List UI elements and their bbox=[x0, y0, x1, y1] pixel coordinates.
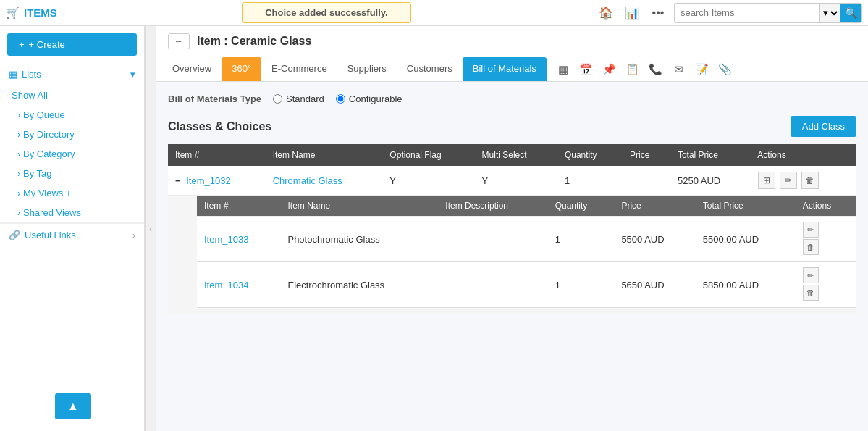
inner-row2-total-price: 5850.00 AUD bbox=[696, 262, 796, 308]
attachment-icon[interactable]: 📎 bbox=[715, 59, 736, 80]
outer-row-multi-select: Y bbox=[475, 166, 557, 196]
tabs-bar: Overview 360° E-Commerce Suppliers Custo… bbox=[156, 57, 868, 82]
inner-row1-quantity: 1 bbox=[548, 217, 615, 262]
table-icon[interactable]: ▦ bbox=[552, 59, 574, 80]
inner-table-row-container: Item # Item Name Item Description Quanti… bbox=[168, 196, 856, 314]
radio-configurable[interactable]: Configurable bbox=[336, 93, 403, 104]
inner-table-row-1: Item_1033 Photochromatic Glass 1 5500 AU… bbox=[197, 217, 856, 262]
chevron-right-icon: › bbox=[132, 230, 135, 240]
expand-action-button[interactable]: ⊞ bbox=[758, 172, 775, 189]
brand-name: ITEMS bbox=[24, 7, 57, 19]
create-icon: + bbox=[19, 39, 25, 50]
email-icon[interactable]: ✉ bbox=[668, 59, 690, 80]
checklist-icon[interactable]: 📋 bbox=[622, 59, 644, 80]
inner-col-price: Price bbox=[614, 196, 695, 217]
list-icon: ▦ bbox=[9, 69, 17, 80]
tab-360[interactable]: 360° bbox=[222, 57, 261, 81]
pin-icon[interactable]: 📌 bbox=[599, 59, 620, 80]
col-total-price: Total Price bbox=[670, 144, 750, 166]
inner-row1-edit-button[interactable]: ✏ bbox=[803, 222, 819, 238]
create-label: + Create bbox=[29, 39, 65, 50]
inner-col-item-name: Item Name bbox=[280, 196, 438, 217]
phone-icon[interactable]: 📞 bbox=[645, 59, 667, 80]
inner-table-row-2: Item_1034 Electrochromatic Glass 1 5650 … bbox=[197, 262, 856, 308]
inner-row2-item-link[interactable]: Item_1034 bbox=[204, 280, 248, 290]
inner-row1-item-link[interactable]: Item_1033 bbox=[204, 234, 248, 245]
inner-row2-delete-button[interactable]: 🗑 bbox=[803, 285, 819, 301]
tab-overview[interactable]: Overview bbox=[162, 57, 222, 81]
sidebar: + + Create ▦ Lists ▾ Show All › By Queue bbox=[0, 26, 145, 431]
inner-row1-item-name: Photochromatic Glass bbox=[280, 217, 438, 262]
sidebar-item-by-directory[interactable]: › By Directory bbox=[0, 125, 144, 144]
sidebar-collapse-button[interactable]: ‹ bbox=[145, 26, 156, 431]
sidebar-item-shared-views[interactable]: › Shared Views bbox=[0, 203, 144, 222]
home-icon[interactable]: 🏠 bbox=[596, 3, 616, 23]
inner-row2-edit-button[interactable]: ✏ bbox=[803, 267, 819, 283]
create-button[interactable]: + + Create bbox=[7, 33, 137, 56]
sidebar-item-my-views[interactable]: › My Views + bbox=[0, 183, 144, 203]
notification-bar: Choice added successfully. bbox=[242, 2, 410, 23]
outer-row-item-link[interactable]: Item_1032 bbox=[186, 175, 230, 186]
inner-col-total-price: Total Price bbox=[696, 196, 796, 217]
inner-col-item-num: Item # bbox=[197, 196, 280, 217]
main-content: ← Item : Ceramic Glass Overview 360° E-C… bbox=[156, 26, 868, 431]
inner-row1-price: 5500 AUD bbox=[614, 217, 695, 262]
sidebar-lists-label: Lists bbox=[22, 69, 41, 80]
col-item-name: Item Name bbox=[266, 144, 383, 166]
top-nav: 🛒 ITEMS Choice added successfully. 🏠 📊 •… bbox=[0, 0, 868, 26]
add-class-button[interactable]: Add Class bbox=[791, 116, 856, 137]
inner-row2-item-num: Item_1034 bbox=[197, 262, 280, 308]
col-item-num: Item # bbox=[168, 144, 266, 166]
outer-row-total-price: 5250 AUD bbox=[670, 166, 750, 196]
tab-customers[interactable]: Customers bbox=[397, 57, 463, 81]
sidebar-item-by-queue[interactable]: › By Queue bbox=[0, 105, 144, 125]
col-quantity: Quantity bbox=[557, 144, 623, 166]
inner-col-quantity: Quantity bbox=[548, 196, 615, 217]
notification-message: Choice added successfully. bbox=[265, 7, 388, 18]
delete-action-button[interactable]: 🗑 bbox=[801, 172, 819, 189]
search-bar: ▾ 🔍 bbox=[674, 3, 862, 23]
sidebar-useful-links[interactable]: 🔗 Useful Links › bbox=[0, 223, 144, 246]
scroll-to-top-button[interactable]: ▲ bbox=[55, 393, 91, 419]
calendar-icon[interactable]: 📅 bbox=[576, 59, 597, 80]
col-optional-flag: Optional Flag bbox=[382, 144, 474, 166]
sidebar-item-show-all[interactable]: Show All bbox=[0, 85, 144, 105]
inner-table-header-row: Item # Item Name Item Description Quanti… bbox=[197, 196, 856, 217]
radio-standard[interactable]: Standard bbox=[273, 93, 324, 104]
sidebar-item-by-tag[interactable]: › By Tag bbox=[0, 164, 144, 183]
sidebar-item-by-category[interactable]: › By Category bbox=[0, 144, 144, 164]
note-icon[interactable]: 📝 bbox=[691, 59, 713, 80]
link-icon: 🔗 bbox=[9, 230, 20, 240]
outer-row-item-name-link[interactable]: Chromatic Glass bbox=[273, 175, 342, 186]
tab-suppliers[interactable]: Suppliers bbox=[337, 57, 397, 81]
outer-row-item-name: Chromatic Glass bbox=[266, 166, 383, 196]
inner-col-actions: Actions bbox=[796, 196, 856, 217]
cart-icon: 🛒 bbox=[6, 7, 20, 20]
chevron-down-icon: ▾ bbox=[130, 69, 135, 80]
sidebar-lists-header[interactable]: ▦ Lists ▾ bbox=[0, 63, 144, 85]
inner-col-item-desc: Item Description bbox=[438, 196, 547, 217]
more-icon[interactable]: ••• bbox=[648, 3, 668, 23]
brand: 🛒 ITEMS bbox=[6, 7, 57, 20]
tab-bom[interactable]: Bill of Materials bbox=[463, 57, 547, 81]
search-button[interactable]: 🔍 bbox=[840, 4, 861, 22]
outer-table: Item # Item Name Optional Flag Multi Sel… bbox=[168, 144, 856, 314]
search-dropdown[interactable]: ▾ bbox=[819, 4, 840, 22]
radio-standard-input[interactable] bbox=[273, 94, 282, 104]
chart-icon[interactable]: 📊 bbox=[622, 3, 642, 23]
col-multi-select: Multi Select bbox=[475, 144, 557, 166]
edit-action-button[interactable]: ✏ bbox=[780, 172, 797, 189]
outer-row-quantity: 1 bbox=[557, 166, 623, 196]
inner-row1-delete-button[interactable]: 🗑 bbox=[803, 239, 819, 255]
section-title: Classes & Choices bbox=[168, 120, 271, 133]
back-button[interactable]: ← bbox=[168, 33, 190, 49]
expand-icon[interactable]: − bbox=[175, 175, 181, 186]
search-input[interactable] bbox=[675, 7, 819, 18]
radio-configurable-input[interactable] bbox=[336, 94, 345, 104]
sidebar-lists-section: ▦ Lists ▾ Show All › By Queue › By Direc… bbox=[0, 63, 144, 223]
bom-type-radio-group: Standard Configurable bbox=[273, 93, 402, 104]
bom-type-label: Bill of Materials Type bbox=[168, 93, 261, 104]
tab-ecommerce[interactable]: E-Commerce bbox=[261, 57, 337, 81]
col-actions: Actions bbox=[750, 144, 856, 166]
outer-table-header-row: Item # Item Name Optional Flag Multi Sel… bbox=[168, 144, 856, 166]
